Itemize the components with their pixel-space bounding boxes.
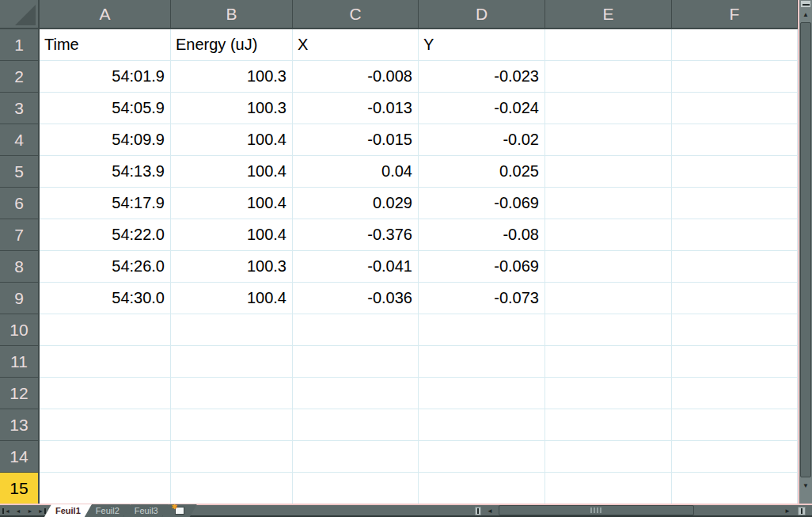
cell-b4[interactable]: 100.4 (171, 124, 293, 156)
cell-d9[interactable]: -0.073 (419, 283, 545, 314)
first-sheet-button[interactable]: ◄ (2, 507, 11, 515)
cell-c12[interactable] (293, 378, 419, 409)
row-header-8[interactable]: 8 (0, 251, 40, 283)
cell-c13[interactable] (293, 409, 419, 441)
row-header-6[interactable]: 6 (0, 188, 40, 219)
cell-e9[interactable] (545, 283, 672, 314)
cell-e8[interactable] (545, 251, 672, 283)
cell-a14[interactable] (40, 441, 171, 473)
cell-d5[interactable]: 0.025 (419, 156, 545, 188)
cell-a1[interactable]: Time (40, 29, 171, 61)
cell-a15[interactable] (40, 473, 171, 504)
column-header-b[interactable]: B (171, 0, 293, 29)
cell-d13[interactable] (419, 409, 545, 441)
cell-b2[interactable]: 100.3 (171, 61, 293, 93)
cell-b7[interactable]: 100.4 (171, 219, 293, 251)
cell-d2[interactable]: -0.023 (419, 61, 545, 93)
cell-c10[interactable] (293, 314, 419, 346)
cell-d11[interactable] (419, 346, 545, 378)
cell-f13[interactable] (672, 409, 798, 441)
cell-a3[interactable]: 54:05.9 (40, 93, 171, 124)
cell-b15[interactable] (171, 473, 293, 504)
row-header-10[interactable]: 10 (0, 314, 40, 346)
row-header-1[interactable]: 1 (0, 29, 40, 61)
cell-f7[interactable] (672, 219, 798, 251)
cell-b3[interactable]: 100.3 (171, 93, 293, 124)
cell-c1[interactable]: X (293, 29, 419, 61)
column-header-f[interactable]: F (672, 0, 798, 29)
cell-e2[interactable] (545, 61, 672, 93)
cell-d14[interactable] (419, 441, 545, 473)
cell-d1[interactable]: Y (419, 29, 545, 61)
cell-f8[interactable] (672, 251, 798, 283)
cell-c7[interactable]: -0.376 (293, 219, 419, 251)
cell-f1[interactable] (672, 29, 798, 61)
horizontal-scrollbar-thumb[interactable] (499, 505, 694, 515)
cell-c5[interactable]: 0.04 (293, 156, 419, 188)
cell-c15[interactable] (293, 473, 419, 504)
row-header-12[interactable]: 12 (0, 378, 40, 409)
row-header-14[interactable]: 14 (0, 441, 40, 473)
cell-a13[interactable] (40, 409, 171, 441)
vertical-scrollbar-thumb[interactable] (800, 22, 811, 477)
cell-e11[interactable] (545, 346, 672, 378)
row-header-3[interactable]: 3 (0, 93, 40, 124)
select-all-button[interactable] (0, 0, 40, 29)
scroll-left-button[interactable]: ◄ (484, 506, 495, 515)
cell-a4[interactable]: 54:09.9 (40, 124, 171, 156)
cell-a7[interactable]: 54:22.0 (40, 219, 171, 251)
next-sheet-button[interactable]: ► (25, 507, 35, 515)
cell-d10[interactable] (419, 314, 545, 346)
cell-a5[interactable]: 54:13.9 (40, 156, 171, 188)
horizontal-split-handle[interactable] (798, 507, 806, 515)
vertical-scrollbar[interactable]: ▲ ▼ (798, 0, 812, 504)
cell-e3[interactable] (545, 93, 672, 124)
row-header-11[interactable]: 11 (0, 346, 40, 378)
cell-f2[interactable] (672, 61, 798, 93)
cell-a9[interactable]: 54:30.0 (40, 283, 171, 314)
cell-e15[interactable] (545, 473, 672, 504)
cell-c4[interactable]: -0.015 (293, 124, 419, 156)
cell-b13[interactable] (171, 409, 293, 441)
cell-d8[interactable]: -0.069 (419, 251, 545, 283)
row-header-7[interactable]: 7 (0, 219, 40, 251)
cell-f6[interactable] (672, 188, 798, 219)
column-header-a[interactable]: A (40, 0, 171, 29)
cell-f10[interactable] (672, 314, 798, 346)
cell-b8[interactable]: 100.3 (171, 251, 293, 283)
cell-e7[interactable] (545, 219, 672, 251)
vertical-split-handle[interactable] (800, 0, 811, 8)
cell-b11[interactable] (171, 346, 293, 378)
cell-e14[interactable] (545, 441, 672, 473)
cell-d4[interactable]: -0.02 (419, 124, 545, 156)
cell-a8[interactable]: 54:26.0 (40, 251, 171, 283)
cell-e6[interactable] (545, 188, 672, 219)
cell-d3[interactable]: -0.024 (419, 93, 545, 124)
scroll-down-button[interactable]: ▼ (799, 480, 812, 492)
cell-e5[interactable] (545, 156, 672, 188)
cell-c3[interactable]: -0.013 (293, 93, 419, 124)
cell-f11[interactable] (672, 346, 798, 378)
sheet-tab-feuil2[interactable]: Feuil2 (85, 504, 131, 517)
cell-e13[interactable] (545, 409, 672, 441)
cell-e1[interactable] (545, 29, 672, 61)
scroll-right-button[interactable]: ► (782, 506, 793, 515)
column-header-e[interactable]: E (545, 0, 672, 29)
row-header-9[interactable]: 9 (0, 283, 40, 314)
cell-c6[interactable]: 0.029 (293, 188, 419, 219)
cell-f3[interactable] (672, 93, 798, 124)
cell-c2[interactable]: -0.008 (293, 61, 419, 93)
cell-e4[interactable] (545, 124, 672, 156)
cell-b9[interactable]: 100.4 (171, 283, 293, 314)
cell-a10[interactable] (40, 314, 171, 346)
cell-c11[interactable] (293, 346, 419, 378)
cell-b12[interactable] (171, 378, 293, 409)
cell-d12[interactable] (419, 378, 545, 409)
cell-a12[interactable] (40, 378, 171, 409)
row-header-5[interactable]: 5 (0, 156, 40, 188)
cell-d6[interactable]: -0.069 (419, 188, 545, 219)
row-header-4[interactable]: 4 (0, 124, 40, 156)
cell-b5[interactable]: 100.4 (171, 156, 293, 188)
cell-b14[interactable] (171, 441, 293, 473)
cell-b1[interactable]: Energy (uJ) (171, 29, 293, 61)
